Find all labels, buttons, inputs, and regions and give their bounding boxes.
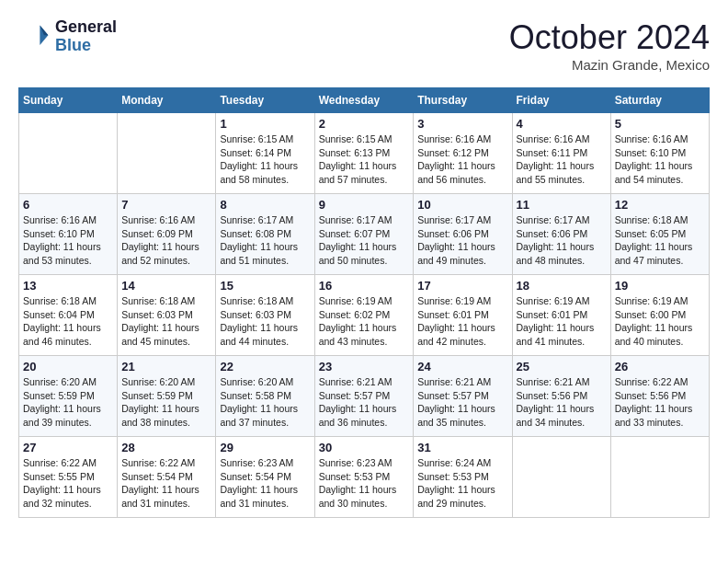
day-number: 30	[319, 441, 410, 454]
day-number: 8	[220, 198, 310, 212]
day-info: Sunrise: 6:19 AMSunset: 6:01 PMDaylight:…	[417, 294, 507, 349]
day-info: Sunrise: 6:21 AMSunset: 5:56 PMDaylight:…	[517, 375, 607, 430]
calendar-cell: 1Sunrise: 6:15 AMSunset: 6:14 PMDaylight…	[216, 113, 314, 194]
day-number: 24	[417, 360, 507, 373]
day-info: Sunrise: 6:19 AMSunset: 6:02 PMDaylight:…	[319, 294, 410, 349]
calendar-cell: 19Sunrise: 6:19 AMSunset: 6:00 PMDayligh…	[610, 275, 709, 356]
calendar-cell: 21Sunrise: 6:20 AMSunset: 5:59 PMDayligh…	[118, 356, 216, 437]
calendar-cell: 29Sunrise: 6:23 AMSunset: 5:54 PMDayligh…	[216, 437, 314, 518]
col-header-thursday: Thursday	[414, 88, 512, 113]
day-info: Sunrise: 6:16 AMSunset: 6:10 PMDaylight:…	[615, 132, 705, 187]
calendar-cell: 14Sunrise: 6:18 AMSunset: 6:03 PMDayligh…	[118, 275, 216, 356]
day-number: 18	[517, 279, 607, 293]
calendar-cell: 26Sunrise: 6:22 AMSunset: 5:56 PMDayligh…	[610, 356, 709, 437]
calendar-cell: 25Sunrise: 6:21 AMSunset: 5:56 PMDayligh…	[512, 356, 610, 437]
title-block: October 2024 Mazin Grande, Mexico	[509, 18, 710, 73]
calendar-cell: 4Sunrise: 6:16 AMSunset: 6:11 PMDaylight…	[512, 113, 610, 194]
calendar-cell: 24Sunrise: 6:21 AMSunset: 5:57 PMDayligh…	[414, 356, 512, 437]
col-header-tuesday: Tuesday	[216, 88, 314, 113]
day-info: Sunrise: 6:21 AMSunset: 5:57 PMDaylight:…	[417, 375, 507, 430]
calendar-cell	[512, 437, 610, 518]
page-header: General Blue October 2024 Mazin Grande, …	[18, 18, 710, 73]
calendar-week-row: 13Sunrise: 6:18 AMSunset: 6:04 PMDayligh…	[19, 275, 710, 356]
calendar-cell: 5Sunrise: 6:16 AMSunset: 6:10 PMDaylight…	[610, 113, 709, 194]
calendar-cell: 18Sunrise: 6:19 AMSunset: 6:01 PMDayligh…	[512, 275, 610, 356]
day-info: Sunrise: 6:19 AMSunset: 6:00 PMDaylight:…	[615, 294, 705, 349]
day-info: Sunrise: 6:21 AMSunset: 5:57 PMDaylight:…	[319, 375, 410, 430]
day-info: Sunrise: 6:23 AMSunset: 5:54 PMDaylight:…	[220, 456, 310, 511]
day-number: 16	[319, 279, 410, 293]
calendar-cell: 6Sunrise: 6:16 AMSunset: 6:10 PMDaylight…	[19, 194, 118, 275]
day-info: Sunrise: 6:18 AMSunset: 6:04 PMDaylight:…	[23, 294, 113, 349]
day-number: 17	[417, 279, 507, 293]
day-number: 15	[220, 279, 310, 293]
col-header-wednesday: Wednesday	[314, 88, 414, 113]
day-number: 29	[220, 441, 310, 454]
day-info: Sunrise: 6:22 AMSunset: 5:54 PMDaylight:…	[121, 456, 211, 511]
day-number: 6	[23, 198, 113, 212]
calendar-week-row: 6Sunrise: 6:16 AMSunset: 6:10 PMDaylight…	[19, 194, 710, 275]
day-number: 12	[615, 198, 705, 212]
logo: General Blue	[18, 18, 117, 55]
day-info: Sunrise: 6:19 AMSunset: 6:01 PMDaylight:…	[517, 294, 607, 349]
calendar-cell: 28Sunrise: 6:22 AMSunset: 5:54 PMDayligh…	[118, 437, 216, 518]
calendar-cell	[19, 113, 118, 194]
col-header-monday: Monday	[118, 88, 216, 113]
col-header-sunday: Sunday	[19, 88, 118, 113]
day-info: Sunrise: 6:16 AMSunset: 6:12 PMDaylight:…	[417, 132, 507, 187]
calendar-cell: 9Sunrise: 6:17 AMSunset: 6:07 PMDaylight…	[314, 194, 414, 275]
col-header-saturday: Saturday	[610, 88, 709, 113]
day-info: Sunrise: 6:23 AMSunset: 5:53 PMDaylight:…	[319, 456, 410, 511]
calendar-week-row: 27Sunrise: 6:22 AMSunset: 5:55 PMDayligh…	[19, 437, 710, 518]
day-number: 7	[121, 198, 211, 212]
day-number: 21	[121, 360, 211, 373]
day-number: 4	[517, 117, 607, 131]
day-info: Sunrise: 6:20 AMSunset: 5:59 PMDaylight:…	[121, 375, 211, 430]
calendar-header-row: SundayMondayTuesdayWednesdayThursdayFrid…	[19, 88, 710, 113]
day-info: Sunrise: 6:17 AMSunset: 6:06 PMDaylight:…	[417, 213, 507, 268]
day-info: Sunrise: 6:18 AMSunset: 6:03 PMDaylight:…	[121, 294, 211, 349]
logo-text: General Blue	[55, 18, 117, 55]
day-info: Sunrise: 6:22 AMSunset: 5:56 PMDaylight:…	[615, 375, 705, 430]
calendar-week-row: 20Sunrise: 6:20 AMSunset: 5:59 PMDayligh…	[19, 356, 710, 437]
calendar-cell: 12Sunrise: 6:18 AMSunset: 6:05 PMDayligh…	[610, 194, 709, 275]
calendar-cell: 15Sunrise: 6:18 AMSunset: 6:03 PMDayligh…	[216, 275, 314, 356]
day-number: 31	[417, 441, 507, 454]
day-number: 22	[220, 360, 310, 373]
calendar-cell: 13Sunrise: 6:18 AMSunset: 6:04 PMDayligh…	[19, 275, 118, 356]
calendar-cell	[118, 113, 216, 194]
calendar-cell: 10Sunrise: 6:17 AMSunset: 6:06 PMDayligh…	[414, 194, 512, 275]
calendar-cell: 30Sunrise: 6:23 AMSunset: 5:53 PMDayligh…	[314, 437, 414, 518]
calendar-cell: 7Sunrise: 6:16 AMSunset: 6:09 PMDaylight…	[118, 194, 216, 275]
day-info: Sunrise: 6:24 AMSunset: 5:53 PMDaylight:…	[417, 456, 507, 511]
calendar-cell: 31Sunrise: 6:24 AMSunset: 5:53 PMDayligh…	[414, 437, 512, 518]
calendar-cell: 16Sunrise: 6:19 AMSunset: 6:02 PMDayligh…	[314, 275, 414, 356]
day-number: 5	[615, 117, 705, 131]
day-info: Sunrise: 6:17 AMSunset: 6:06 PMDaylight:…	[517, 213, 607, 268]
day-info: Sunrise: 6:18 AMSunset: 6:05 PMDaylight:…	[615, 213, 705, 268]
calendar-cell: 11Sunrise: 6:17 AMSunset: 6:06 PMDayligh…	[512, 194, 610, 275]
logo-icon	[18, 20, 51, 53]
calendar-cell: 17Sunrise: 6:19 AMSunset: 6:01 PMDayligh…	[414, 275, 512, 356]
day-info: Sunrise: 6:20 AMSunset: 5:58 PMDaylight:…	[220, 375, 310, 430]
day-info: Sunrise: 6:17 AMSunset: 6:08 PMDaylight:…	[220, 213, 310, 268]
day-number: 2	[319, 117, 410, 131]
day-info: Sunrise: 6:15 AMSunset: 6:13 PMDaylight:…	[319, 132, 410, 187]
location-subtitle: Mazin Grande, Mexico	[509, 57, 710, 73]
calendar-cell: 22Sunrise: 6:20 AMSunset: 5:58 PMDayligh…	[216, 356, 314, 437]
day-number: 9	[319, 198, 410, 212]
calendar-week-row: 1Sunrise: 6:15 AMSunset: 6:14 PMDaylight…	[19, 113, 710, 194]
day-info: Sunrise: 6:16 AMSunset: 6:10 PMDaylight:…	[23, 213, 113, 268]
day-info: Sunrise: 6:16 AMSunset: 6:11 PMDaylight:…	[517, 132, 607, 187]
day-number: 11	[517, 198, 607, 212]
calendar-cell	[610, 437, 709, 518]
day-number: 1	[220, 117, 310, 131]
day-info: Sunrise: 6:20 AMSunset: 5:59 PMDaylight:…	[23, 375, 113, 430]
day-number: 14	[121, 279, 211, 293]
day-number: 25	[517, 360, 607, 373]
day-info: Sunrise: 6:22 AMSunset: 5:55 PMDaylight:…	[23, 456, 113, 511]
day-number: 20	[23, 360, 113, 373]
calendar-table: SundayMondayTuesdayWednesdayThursdayFrid…	[18, 87, 710, 518]
day-number: 3	[417, 117, 507, 131]
calendar-cell: 2Sunrise: 6:15 AMSunset: 6:13 PMDaylight…	[314, 113, 414, 194]
